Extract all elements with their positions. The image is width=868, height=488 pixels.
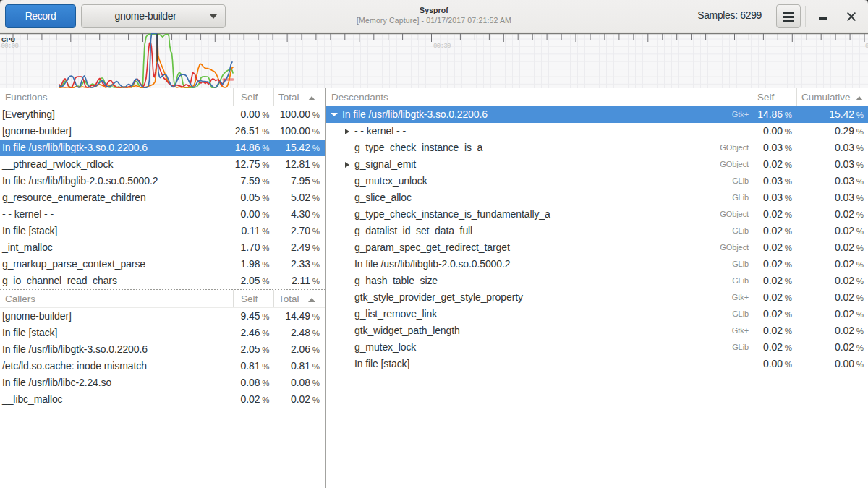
svg-text:CPU: CPU <box>1 36 15 43</box>
svg-text:00:30: 00:30 <box>433 43 451 50</box>
svg-text:01:00: 01:00 <box>865 43 868 50</box>
svg-text:00:00: 00:00 <box>1 43 20 50</box>
